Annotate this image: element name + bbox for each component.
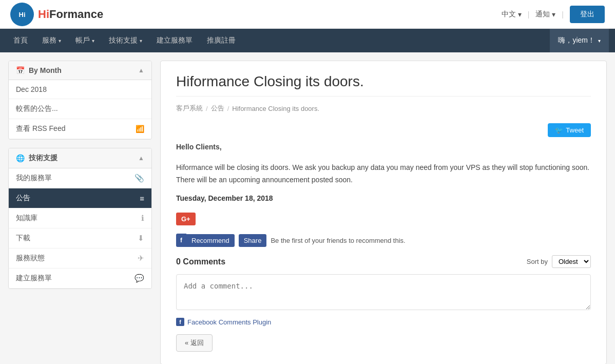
breadcrumb-sep1: / [206,105,208,112]
tweet-button[interactable]: 🐦 Tweet [548,123,591,137]
fb-icon-recommend: f Recommend [176,234,235,247]
nav-bar: 首頁 服務 ▾ 帳戶 ▾ 技術支援 ▾ 建立服務單 推廣註冊 嗨，yiem！ ▾ [0,29,615,52]
sort-area: Sort by Oldest [527,255,591,268]
twitter-icon: 🐦 [555,126,563,134]
language-selector[interactable]: 中文 ▾ [502,10,522,19]
calendar-icon: 📅 [16,66,25,74]
sidebar-kb[interactable]: 知識庫 ℹ [9,208,151,228]
sidebar-older-announcements[interactable]: 較舊的公告... [9,99,151,119]
support-collapse-icon[interactable]: ▲ [138,155,144,162]
account-caret-icon: ▾ [92,38,94,44]
logo-area: Hi HiFormance [10,3,103,26]
create-ticket-icon: 💬 [134,274,144,283]
breadcrumb-announcements[interactable]: 公告 [211,104,224,113]
tweet-row: 🐦 Tweet [176,123,591,137]
fb-share-button[interactable]: Share [239,234,267,247]
comments-header: 0 Comments Sort by Oldest [176,255,591,268]
fb-recommend-text: Be the first of your friends to recommen… [271,237,405,244]
announcements-icon: ≡ [140,194,144,203]
top-bar: Hi HiFormance 中文 ▾ | 通知 ▾ | 登出 [0,0,615,29]
gplus-row: G+ [176,213,591,225]
support-icon: 🌐 [16,154,25,162]
svg-text:Hi: Hi [19,11,26,18]
content-area: Hiformance Closing its doors. 客戶系統 / 公告 … [160,61,607,364]
sidebar-rss-feed[interactable]: 查看 RSS Feed 📶 [9,119,151,139]
nav-account[interactable]: 帳戶 ▾ [68,29,102,52]
by-month-header: 📅 By Month ▲ [9,61,151,80]
tech-support-section: 🌐 技術支援 ▲ 我的服務單 📎 公告 ≡ 知識庫 ℹ 下載 ⬇ [8,148,152,289]
support-caret-icon: ▾ [140,38,142,44]
logout-button[interactable]: 登出 [570,6,605,23]
sidebar-my-services[interactable]: 我的服務單 📎 [9,168,151,188]
logo-text: HiFormance [38,8,103,21]
rss-icon: 📶 [136,125,144,133]
greeting: Hello Clients, [176,143,222,151]
kb-icon: ℹ [141,214,144,223]
top-right-controls: 中文 ▾ | 通知 ▾ | 登出 [502,6,605,23]
status-icon: ✈ [138,254,144,263]
my-services-icon: 📎 [134,174,144,183]
notify-caret-icon: ▾ [552,10,555,18]
notifications-link[interactable]: 通知 ▾ [535,10,555,19]
sidebar-service-status[interactable]: 服務狀態 ✈ [9,248,151,269]
announcement-date: Tuesday, December 18, 2018 [176,194,591,202]
separator2: | [562,10,564,18]
gplus-button[interactable]: G+ [176,213,196,225]
logo-icon: Hi [10,3,34,26]
nav-home[interactable]: 首頁 [6,29,35,52]
fb-row: f Recommend Share Be the first of your f… [176,234,591,247]
fb-comments-plugin[interactable]: f Facebook Comments Plugin [176,318,591,326]
sidebar: 📅 By Month ▲ Dec 2018 較舊的公告... 查看 RSS Fe… [8,61,152,364]
user-caret-icon: ▾ [598,38,601,44]
sidebar-announcements[interactable]: 公告 ≡ [9,188,151,208]
nav-support[interactable]: 技術支援 ▾ [102,29,149,52]
main-layout: 📅 By Month ▲ Dec 2018 較舊的公告... 查看 RSS Fe… [0,52,615,364]
sidebar-create-ticket[interactable]: 建立服務單 💬 [9,269,151,289]
tech-support-header: 🌐 技術支援 ▲ [9,148,151,168]
fb-plugin-icon: f [176,318,184,326]
separator: | [528,10,530,18]
breadcrumb-sep2: / [227,105,229,112]
fb-recommend-button[interactable]: Recommend [186,234,235,247]
nav-user-menu[interactable]: 嗨，yiem！ ▾ [550,29,609,52]
nav-create-ticket[interactable]: 建立服務單 [149,29,200,52]
page-title: Hiformance Closing its doors. [176,73,591,90]
sidebar-dec-2018[interactable]: Dec 2018 [9,80,151,99]
back-button[interactable]: « 返回 [176,334,213,352]
title-divider [176,96,591,97]
lang-caret-icon: ▾ [518,10,522,18]
breadcrumb-current[interactable]: Hiformance Closing its doors. [232,105,319,112]
breadcrumb-home[interactable]: 客戶系統 [176,104,203,113]
fb-logo-icon: f [176,234,186,247]
nav-services[interactable]: 服務 ▾ [35,29,68,52]
nav-promo[interactable]: 推廣註冊 [200,29,243,52]
downloads-icon: ⬇ [138,234,144,243]
services-caret-icon: ▾ [59,38,61,44]
sidebar-downloads[interactable]: 下載 ⬇ [9,228,151,248]
comments-count: 0 Comments [176,257,225,266]
fb-plugin-label: Facebook Comments Plugin [187,318,271,326]
sort-select[interactable]: Oldest [552,255,591,268]
breadcrumb: 客戶系統 / 公告 / Hiformance Closing its doors… [176,104,591,113]
by-month-collapse-icon[interactable]: ▲ [138,67,144,74]
announcement-body: Hiformance will be closing its doors. We… [176,162,591,186]
sort-label: Sort by [527,258,548,265]
by-month-section: 📅 By Month ▲ Dec 2018 較舊的公告... 查看 RSS Fe… [8,61,152,140]
comment-input[interactable] [176,274,591,310]
